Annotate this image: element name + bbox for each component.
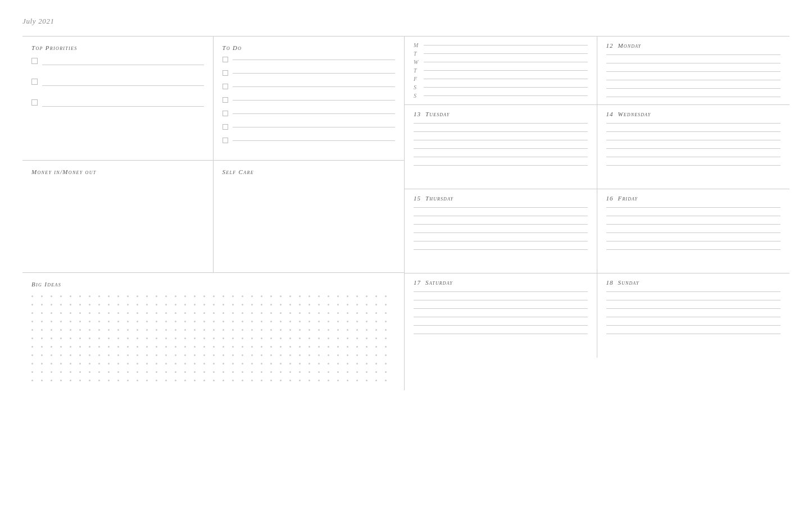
dot: [385, 354, 387, 356]
todo-checkbox-4[interactable]: [223, 97, 228, 103]
dot: [127, 337, 129, 339]
dot: [375, 371, 377, 373]
day-18-name: Sunday: [618, 279, 639, 286]
dot: [108, 321, 110, 322]
dot: [289, 329, 291, 331]
dot: [366, 295, 368, 297]
dot: [108, 380, 110, 381]
dot: [194, 371, 196, 373]
dot: [146, 337, 148, 339]
dot: [242, 321, 243, 322]
dot: [79, 380, 81, 381]
todo-checkbox-6[interactable]: [223, 124, 228, 130]
dot: [232, 304, 234, 305]
dot: [117, 371, 119, 373]
dot: [251, 312, 253, 314]
dot: [89, 337, 90, 339]
day-12-name: Monday: [618, 42, 642, 49]
priority-checkbox-3[interactable]: [31, 99, 38, 106]
dot: [213, 354, 215, 356]
dot: [31, 371, 33, 373]
dot: [89, 363, 90, 364]
dot: [146, 363, 148, 364]
dot: [280, 304, 282, 305]
todo-checkbox-7[interactable]: [223, 138, 228, 143]
week-day-letter: S: [414, 84, 419, 90]
dot: [70, 346, 71, 348]
dot: [289, 312, 291, 314]
dot: [223, 371, 224, 373]
dot: [98, 295, 100, 297]
priority-checkbox-1[interactable]: [31, 58, 38, 64]
dot: [165, 304, 167, 305]
dot: [31, 304, 33, 305]
dot: [137, 337, 138, 339]
dot: [213, 337, 215, 339]
dot: [60, 380, 62, 381]
dot: [318, 371, 320, 373]
dot: [146, 312, 148, 314]
dot: [232, 346, 234, 348]
todo-checkbox-2[interactable]: [223, 70, 228, 76]
dot: [203, 371, 205, 373]
dot: [356, 321, 358, 322]
dot: [318, 363, 320, 364]
dot: [328, 371, 329, 373]
dot: [242, 363, 243, 364]
dot: [165, 337, 167, 339]
dot: [289, 346, 291, 348]
dot: [356, 337, 358, 339]
todo-checkbox-5[interactable]: [223, 111, 228, 116]
dot: [347, 329, 348, 331]
dot: [366, 312, 368, 314]
dot: [347, 371, 348, 373]
dot: [385, 363, 387, 364]
cal-day-18: 18 Sunday: [597, 273, 790, 358]
cal-day-15: 15 Thursday: [405, 189, 597, 273]
dot: [89, 380, 90, 381]
dot: [385, 337, 387, 339]
dot: [194, 354, 196, 356]
dot: [223, 329, 224, 331]
dot: [251, 354, 253, 356]
week-day-row-T: T: [414, 51, 588, 57]
cal-day-13: 13 Tuesday: [405, 105, 597, 189]
dot: [385, 321, 387, 322]
dot: [108, 354, 110, 356]
dot: [175, 363, 176, 364]
dot: [366, 354, 368, 356]
dot: [117, 337, 119, 339]
dot: [79, 304, 81, 305]
todo-checkbox-1[interactable]: [223, 57, 228, 62]
dot: [51, 295, 52, 297]
day-16-name: Friday: [618, 195, 638, 202]
right-panel: MTWTFSS 12 Monday: [405, 36, 790, 390]
week-day-letter: F: [414, 76, 419, 82]
todo-checkbox-3[interactable]: [223, 84, 228, 89]
dot: [366, 329, 368, 331]
week-day-line: [424, 79, 588, 79]
dot: [156, 346, 157, 348]
dot: [98, 337, 100, 339]
dot: [117, 304, 119, 305]
dot: [41, 337, 43, 339]
dot: [223, 337, 224, 339]
dot: [309, 312, 310, 314]
todo-section: To Do: [214, 37, 405, 160]
dot: [156, 295, 157, 297]
priorities-title: Top Priorities: [31, 44, 204, 51]
day-17-name: Saturday: [425, 279, 453, 286]
dot: [213, 329, 215, 331]
dot: [375, 321, 377, 322]
dot: [146, 329, 148, 331]
todo-title: To Do: [223, 44, 396, 51]
dot: [309, 380, 310, 381]
todo-item-2: [223, 70, 396, 76]
dot: [251, 371, 253, 373]
dot: [375, 337, 377, 339]
dot: [328, 346, 329, 348]
priority-checkbox-2[interactable]: [31, 79, 38, 85]
dot: [79, 312, 81, 314]
dot: [79, 371, 81, 373]
dot: [299, 363, 301, 364]
